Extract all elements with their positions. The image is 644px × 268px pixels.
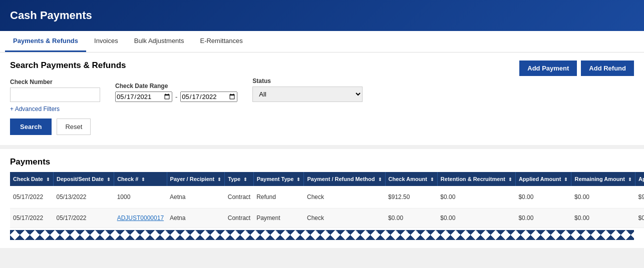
col-deposit-sent-date[interactable]: Deposit/Sent Date ⇕: [53, 172, 114, 186]
search-button[interactable]: Search: [10, 118, 52, 135]
sort-icon-remaining: ⇕: [628, 177, 632, 182]
search-section: Search Payments & Refunds Add Payment Ad…: [0, 52, 644, 145]
payments-section: Payments Check Date ⇕ Deposit/Sent Date …: [0, 149, 644, 248]
table-row: 05/17/2022 05/13/2022 1000 Aetna Contrac…: [10, 186, 644, 208]
payments-section-title: Payments: [10, 157, 634, 167]
deposit-sent-date-cell: 05/17/2022: [53, 208, 114, 228]
payer-recipient-cell: Aetna: [167, 208, 225, 228]
sort-icon-check-amount: ⇕: [430, 177, 434, 182]
remaining-amount-cell: $0.00: [571, 186, 635, 208]
col-payment-type[interactable]: Payment Type ⇕: [253, 172, 304, 186]
check-number-input[interactable]: [10, 88, 100, 102]
status-group: Status All Posted Pending Voided: [252, 78, 363, 102]
type-cell: Contract: [225, 186, 253, 208]
payment-type-cell: Refund: [253, 186, 304, 208]
col-apply-from-credit[interactable]: Apply From Credit Amount ⇕: [635, 172, 644, 186]
status-label: Status: [252, 78, 363, 84]
payer-recipient-cell: Aetna: [167, 186, 225, 208]
advanced-filters-toggle[interactable]: + Advanced Filters: [10, 106, 60, 112]
applied-amount-cell: $0.00: [515, 208, 571, 228]
check-num-cell[interactable]: ADJUST0000017: [114, 208, 167, 228]
col-applied-amount[interactable]: Applied Amount ⇕: [515, 172, 571, 186]
retention-cell: $0.00: [437, 186, 515, 208]
form-row: Check Number Check Date Range - Status A…: [10, 78, 634, 102]
col-remaining-amount[interactable]: Remaining Amount ⇕: [571, 172, 635, 186]
tab-e-remittances[interactable]: E-Remittances: [192, 31, 250, 52]
payment-type-cell: Payment: [253, 208, 304, 228]
table-row: 05/17/2022 05/17/2022 ADJUST0000017 Aetn…: [10, 208, 644, 228]
tabs-bar: Payments & Refunds Invoices Bulk Adjustm…: [0, 31, 644, 52]
deposit-sent-date-cell: 05/13/2022: [53, 186, 114, 208]
sort-icon-retention: ⇕: [508, 177, 512, 182]
search-section-title: Search Payments & Refunds: [10, 60, 126, 70]
col-check-num[interactable]: Check # ⇕: [114, 172, 167, 186]
method-cell: Check: [304, 186, 385, 208]
tab-payments-refunds[interactable]: Payments & Refunds: [5, 31, 86, 52]
sort-icon-payer: ⇕: [217, 177, 221, 182]
col-payment-refund-method[interactable]: Payment / Refund Method ⇕: [304, 172, 385, 186]
action-buttons: Add Payment Add Refund: [519, 60, 634, 76]
col-check-amount[interactable]: Check Amount ⇕: [385, 172, 437, 186]
col-payer-recipient[interactable]: Payer / Recipient ⇕: [167, 172, 225, 186]
page-header: Cash Payments: [0, 0, 644, 31]
zigzag-border: [10, 230, 634, 240]
status-select[interactable]: All Posted Pending Voided: [252, 86, 363, 102]
date-to-input[interactable]: [180, 92, 237, 102]
col-check-date[interactable]: Check Date ⇕: [10, 172, 53, 186]
check-date-range-group: Check Date Range -: [115, 82, 237, 102]
sort-icon-method: ⇕: [378, 177, 382, 182]
applied-amount-cell: $0.00: [515, 186, 571, 208]
check-number-label: Check Number: [10, 78, 100, 86]
method-cell: Check: [304, 208, 385, 228]
apply-credit-cell: $912.50: [635, 186, 644, 208]
check-date-cell: 05/17/2022: [10, 186, 53, 208]
sort-icon-check-num: ⇕: [141, 177, 145, 182]
check-num-cell: 1000: [114, 186, 167, 208]
payments-table: Check Date ⇕ Deposit/Sent Date ⇕ Check #…: [10, 172, 644, 228]
check-number-group: Check Number: [10, 78, 100, 102]
retention-cell: $0.00: [437, 208, 515, 228]
date-range-separator: -: [175, 93, 177, 100]
sort-icon-applied: ⇕: [564, 177, 568, 182]
sort-icon-deposit: ⇕: [107, 177, 111, 182]
check-amount-cell: $912.50: [385, 186, 437, 208]
search-button-row: Search Reset: [10, 118, 634, 135]
sort-icon-check-date: ⇕: [46, 177, 50, 182]
tab-bulk-adjustments[interactable]: Bulk Adjustments: [126, 31, 192, 52]
page-title: Cash Payments: [10, 9, 634, 22]
col-retention[interactable]: Retention & Recruitment ⇕: [437, 172, 515, 186]
check-date-cell: 05/17/2022: [10, 208, 53, 228]
type-cell: Contract: [225, 208, 253, 228]
apply-credit-cell: $0.00: [635, 208, 644, 228]
col-type[interactable]: Type ⇕: [225, 172, 253, 186]
add-payment-button[interactable]: Add Payment: [519, 60, 577, 76]
check-amount-cell: $0.00: [385, 208, 437, 228]
tab-invoices[interactable]: Invoices: [86, 31, 126, 52]
sort-icon-payment-type: ⇕: [296, 177, 300, 182]
check-date-range-label: Check Date Range: [115, 82, 237, 90]
reset-button[interactable]: Reset: [57, 118, 91, 135]
date-from-input[interactable]: [115, 92, 172, 102]
add-refund-button[interactable]: Add Refund: [581, 60, 634, 76]
sort-icon-type: ⇕: [243, 177, 247, 182]
remaining-amount-cell: $0.00: [571, 208, 635, 228]
